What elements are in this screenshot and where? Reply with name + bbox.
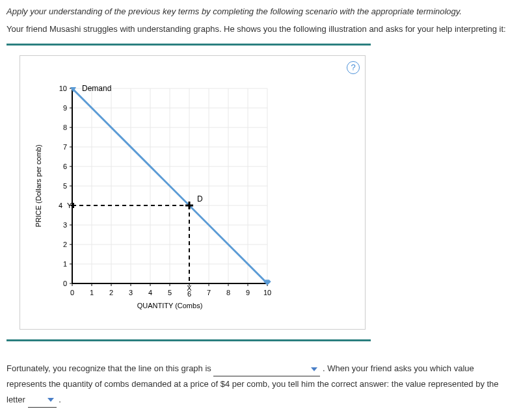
x-tick-9: 9 <box>246 289 250 296</box>
y-tick-5: 5 <box>63 182 67 190</box>
dropdown-letter[interactable] <box>28 392 57 408</box>
x-tick-7: 7 <box>207 289 211 296</box>
y-tick-7: 7 <box>63 143 67 151</box>
instructions-text: Apply your understanding of the previous… <box>7 7 514 16</box>
chevron-down-icon <box>311 367 317 371</box>
scenario-intro-text: Your friend Musashi struggles with under… <box>7 24 514 34</box>
x-tick-3: 3 <box>129 289 133 296</box>
help-icon[interactable]: ? <box>347 61 360 74</box>
x-tick-1: 1 <box>90 289 94 296</box>
demand-legend-label: Demand <box>82 84 111 93</box>
x-marker-label: X <box>187 284 192 292</box>
conclusion-part1: Fortunately, you recognize that the line… <box>7 363 213 373</box>
y-tick-0: 0 <box>63 280 67 287</box>
y-tick-8: 8 <box>63 124 67 131</box>
x-tick-4: 4 <box>148 289 152 296</box>
y-tick-9: 9 <box>63 104 67 112</box>
x-tick-8: 8 <box>226 289 230 296</box>
y-axis-label: PRICE (Dollars per comb) <box>34 144 42 227</box>
conclusion-part3: . <box>59 395 61 404</box>
x-tick-2: 2 <box>109 289 113 296</box>
x-tick-5: 5 <box>168 289 172 296</box>
x-tick-0: 0 <box>70 289 74 296</box>
chart-box: ? <box>20 55 366 330</box>
dropdown-line-type[interactable] <box>213 361 320 376</box>
y-tick-6: 6 <box>63 163 67 170</box>
x-tick-10: 10 <box>263 289 271 296</box>
conclusion-text: Fortunately, you recognize that the line… <box>7 361 514 408</box>
chart-container: ? <box>7 44 371 341</box>
y-tick-1: 1 <box>63 260 67 268</box>
y-tick-10: 10 <box>59 85 67 92</box>
y-tick-2: 2 <box>63 241 67 248</box>
y-tick-4: 4 <box>59 202 62 209</box>
chevron-down-icon <box>47 398 54 402</box>
demand-chart: 10 9 8 7 6 5 3 2 1 0 4 Y <box>20 56 365 329</box>
x-axis-label: QUANTITY (Combs) <box>137 302 203 309</box>
y-tick-3: 3 <box>63 221 67 229</box>
point-d-label: D <box>197 194 203 203</box>
